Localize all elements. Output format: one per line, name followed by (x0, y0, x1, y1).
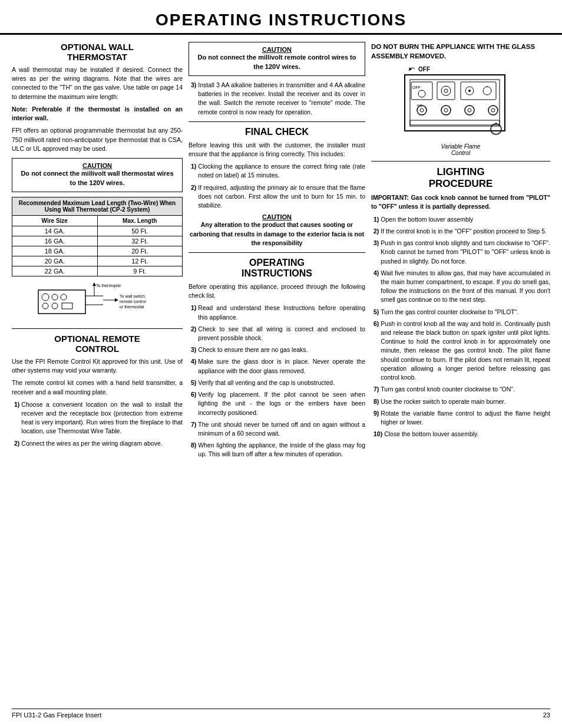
table-row: 18 GA. 20 Ft. (12, 246, 182, 256)
list-item: 4) Wait five minutes to allow gas, that … (373, 269, 550, 305)
important-note: IMPORTANT: Gas cock knob cannot be turne… (371, 193, 550, 211)
wire-length-1: 50 Ft. (98, 226, 183, 236)
wire-table: Recommended Maximum Lead Length (Two-Wir… (12, 197, 183, 276)
footer-left: FPI U31-2 Gas Fireplace Insert (12, 711, 101, 719)
remote-item3-list: 3) Install 3 AA alkaline batteries in tr… (189, 81, 365, 117)
lighting-list: 1) Open the bottom louver assembly 2) If… (371, 215, 550, 439)
caution-title: CAUTION (82, 162, 112, 169)
svg-marker-18 (408, 67, 412, 71)
caution-text-thermostat: Do not connect the millivolt wall thermo… (17, 169, 177, 188)
list-item: 5) Verify that all venting and the cap i… (191, 378, 365, 387)
list-text: When lighting the appliance, the inside … (198, 441, 365, 459)
list-text: Verify log placement. If the pilot canno… (198, 390, 365, 417)
svg-text:OFF: OFF (412, 85, 421, 90)
operating-intro: Before operating this appliance, proceed… (189, 282, 365, 300)
final-check-intro: Before leaving this unit with the custom… (189, 141, 365, 159)
divider-3 (189, 252, 365, 253)
svg-text:NO: NO (417, 104, 422, 107)
list-item: 7) The unit should never be turned off a… (191, 420, 365, 438)
svg-point-2 (52, 294, 58, 300)
list-item: 1) Clocking the appliance to ensure the … (191, 162, 365, 180)
list-text: Use the rocker switch to operate main bu… (381, 397, 505, 406)
final-check-list: 1) Clocking the appliance to ensure the … (189, 162, 365, 210)
wire-size-3: 18 GA. (12, 246, 98, 256)
table-row: 22 GA. 9 Ft. (12, 266, 182, 276)
wire-length-2: 32 Ft. (98, 236, 183, 246)
svg-point-4 (42, 303, 48, 309)
list-text: Wait five minutes to allow gas, that may… (381, 269, 550, 305)
table-row: 20 GA. 12 Ft. (12, 256, 182, 266)
page-footer: FPI U31-2 Gas Fireplace Insert 23 (12, 709, 550, 719)
list-text: Check to see that all wiring is correct … (198, 325, 365, 342)
svg-marker-13 (115, 298, 118, 302)
wire-table-header: Recommended Maximum Lead Length (Two-Wir… (12, 197, 182, 216)
section-title-remote: OPTIONAL REMOTECONTROL (12, 334, 183, 354)
list-text: Check to ensure there are no gas leaks. (198, 345, 308, 354)
section-title-operating: OPERATINGINSTRUCTIONS (189, 258, 365, 279)
svg-rect-42 (410, 120, 500, 125)
list-item: 10) Close the bottom louver assembly. (373, 430, 550, 439)
list-item: 7) Turn gas control knob counter clockwi… (373, 385, 550, 394)
list-item: 1) Choose a convenient location on the w… (14, 400, 183, 436)
svg-point-37 (444, 108, 448, 112)
svg-text:remote control: remote control (120, 299, 146, 304)
svg-point-30 (468, 90, 471, 92)
svg-point-38 (465, 106, 474, 115)
wire-length-4: 12 Ft. (98, 256, 183, 266)
list-text: Read and understand these Instructions b… (198, 304, 365, 321)
svg-text:OFF: OFF (418, 66, 430, 73)
list-text: Close the bottom louver assembly. (384, 430, 478, 439)
fireplace-svg: OFF OFF (396, 64, 525, 141)
divider-4 (371, 161, 550, 162)
wire-length-5: 9 Ft. (98, 266, 183, 276)
svg-point-27 (444, 89, 448, 93)
list-text: Install 3 AA alkaline batteries in trans… (198, 81, 365, 117)
svg-point-1 (42, 294, 49, 301)
caution-title-fc: CAUTION (189, 213, 365, 220)
caution-text-fc: Any alteration to the product that cause… (189, 220, 365, 248)
caution-title-remote: CAUTION (262, 46, 292, 53)
footer-right: 23 (543, 711, 550, 719)
svg-rect-28 (461, 82, 496, 100)
wire-table-subheader: Wire Size Max. Length (12, 216, 182, 226)
divider-1 (12, 328, 183, 329)
list-num: 2) (191, 183, 196, 210)
caution-text-remote: Do not connect the millivolt remote cont… (194, 53, 360, 72)
list-item: 9) Rotate the variable flame control to … (373, 409, 550, 427)
list-item: 8) When lighting the appliance, the insi… (191, 441, 365, 459)
thermostat-body1: A wall thermostat may be installed if de… (12, 65, 183, 101)
do-not-burn-text: DO NOT BURN THE APPLIANCE WITH THE GLASS… (371, 42, 550, 61)
middle-column: CAUTION Do not connect the millivolt rem… (189, 42, 365, 462)
svg-point-39 (468, 108, 471, 112)
list-text: Turn gas control knob counter clockwise … (381, 385, 515, 394)
list-text: Verify that all venting and the cap is u… (198, 378, 335, 387)
list-item: 3) Install 3 AA alkaline batteries in tr… (191, 81, 365, 117)
svg-point-41 (491, 108, 495, 112)
wire-size-1: 14 GA. (12, 226, 98, 236)
svg-point-23 (418, 90, 425, 97)
wire-table-col2: Max. Length (98, 216, 183, 226)
wire-length-3: 20 Ft. (98, 246, 183, 256)
thermostat-note: Note: Preferable if the thermostat is in… (12, 105, 183, 123)
list-num: 3) (191, 81, 196, 117)
list-text: Choose a convenient location on the wall… (21, 400, 183, 436)
wire-size-5: 22 GA. (12, 266, 98, 276)
list-item: 6) Verify log placement. If the pilot ca… (191, 390, 365, 417)
svg-rect-25 (437, 82, 455, 100)
wire-size-4: 20 GA. (12, 256, 98, 266)
list-num: 1) (14, 400, 19, 436)
list-num: 1) (191, 162, 196, 180)
list-text: Open the bottom louver assembly (381, 215, 473, 224)
section-title-final-check: FINAL CHECK (189, 127, 365, 137)
list-text: Connect the wires as per the wiring diag… (21, 439, 162, 448)
wiring-diagram: To thermopile To wall switch, remote con… (12, 281, 183, 324)
list-item: 8) Use the rocker switch to operate main… (373, 397, 550, 406)
list-item: 6) Push in control knob all the way and … (373, 319, 550, 383)
lighting-section: LIGHTINGPROCEDURE IMPORTANT: Gas cock kn… (371, 166, 550, 439)
fireplace-diagram: OFF OFF (371, 64, 550, 156)
list-item: 2) If the control knob is in the "OFF" p… (373, 227, 550, 236)
table-row: 14 GA. 50 Ft. (12, 226, 182, 236)
list-num: 2) (14, 439, 19, 448)
svg-point-36 (441, 106, 451, 115)
list-text: Push in gas control knob slightly and tu… (381, 239, 550, 266)
